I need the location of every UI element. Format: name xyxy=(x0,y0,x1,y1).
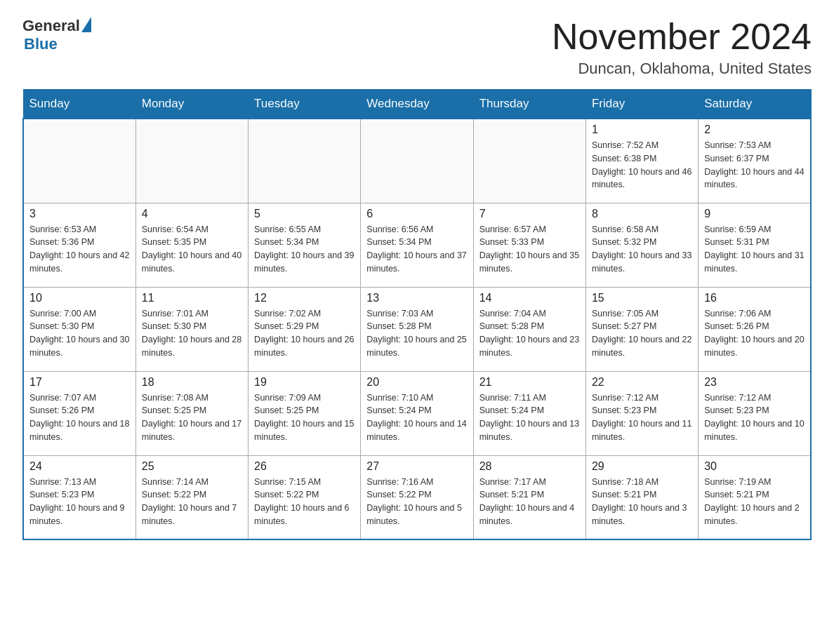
day-info: Sunrise: 7:53 AMSunset: 6:37 PMDaylight:… xyxy=(704,139,805,192)
day-number: 20 xyxy=(366,376,467,389)
calendar-cell: 11Sunrise: 7:01 AMSunset: 5:30 PMDayligh… xyxy=(135,287,248,371)
calendar-cell: 3Sunrise: 6:53 AMSunset: 5:36 PMDaylight… xyxy=(23,203,135,287)
calendar-cell xyxy=(249,119,361,203)
calendar-cell: 9Sunrise: 6:59 AMSunset: 5:31 PMDaylight… xyxy=(699,203,811,287)
weekday-header-monday: Monday xyxy=(135,90,248,119)
day-number: 30 xyxy=(704,460,805,473)
day-number: 26 xyxy=(254,460,355,473)
day-info: Sunrise: 7:05 AMSunset: 5:27 PMDaylight:… xyxy=(592,307,692,360)
day-info: Sunrise: 7:08 AMSunset: 5:25 PMDaylight:… xyxy=(142,391,242,444)
calendar-week-row: 24Sunrise: 7:13 AMSunset: 5:23 PMDayligh… xyxy=(23,455,811,539)
day-number: 5 xyxy=(254,208,355,220)
day-number: 14 xyxy=(479,292,580,304)
day-number: 19 xyxy=(254,376,355,389)
day-number: 11 xyxy=(142,292,242,304)
calendar-cell: 10Sunrise: 7:00 AMSunset: 5:30 PMDayligh… xyxy=(23,287,135,371)
weekday-header-tuesday: Tuesday xyxy=(249,90,361,119)
day-info: Sunrise: 6:54 AMSunset: 5:35 PMDaylight:… xyxy=(142,223,242,276)
day-number: 29 xyxy=(592,460,692,473)
day-number: 27 xyxy=(366,460,467,473)
calendar-cell: 12Sunrise: 7:02 AMSunset: 5:29 PMDayligh… xyxy=(249,287,361,371)
calendar-cell: 4Sunrise: 6:54 AMSunset: 5:35 PMDaylight… xyxy=(135,203,248,287)
day-info: Sunrise: 7:18 AMSunset: 5:21 PMDaylight:… xyxy=(592,476,692,528)
day-number: 1 xyxy=(592,123,692,136)
day-info: Sunrise: 6:58 AMSunset: 5:32 PMDaylight:… xyxy=(592,223,692,276)
calendar-cell: 19Sunrise: 7:09 AMSunset: 5:25 PMDayligh… xyxy=(249,371,361,455)
calendar-cell: 26Sunrise: 7:15 AMSunset: 5:22 PMDayligh… xyxy=(249,455,361,539)
calendar-cell: 2Sunrise: 7:53 AMSunset: 6:37 PMDaylight… xyxy=(699,119,811,203)
day-info: Sunrise: 7:11 AMSunset: 5:24 PMDaylight:… xyxy=(479,391,580,444)
logo-triangle-icon xyxy=(81,17,91,32)
calendar-cell: 8Sunrise: 6:58 AMSunset: 5:32 PMDaylight… xyxy=(585,203,698,287)
day-number: 8 xyxy=(592,208,692,220)
day-info: Sunrise: 6:55 AMSunset: 5:34 PMDaylight:… xyxy=(254,223,355,276)
day-info: Sunrise: 7:12 AMSunset: 5:23 PMDaylight:… xyxy=(592,391,692,444)
day-number: 7 xyxy=(479,208,580,220)
day-number: 4 xyxy=(142,208,242,220)
day-info: Sunrise: 7:15 AMSunset: 5:22 PMDaylight:… xyxy=(254,476,355,528)
day-number: 13 xyxy=(366,292,467,304)
calendar-cell: 21Sunrise: 7:11 AMSunset: 5:24 PMDayligh… xyxy=(473,371,585,455)
calendar-cell: 5Sunrise: 6:55 AMSunset: 5:34 PMDaylight… xyxy=(249,203,361,287)
day-info: Sunrise: 7:17 AMSunset: 5:21 PMDaylight:… xyxy=(479,476,580,528)
day-info: Sunrise: 7:04 AMSunset: 5:28 PMDaylight:… xyxy=(479,307,580,360)
day-number: 16 xyxy=(704,292,805,304)
calendar-cell xyxy=(473,119,585,203)
calendar-table: SundayMondayTuesdayWednesdayThursdayFrid… xyxy=(22,89,812,540)
calendar-cell: 30Sunrise: 7:19 AMSunset: 5:21 PMDayligh… xyxy=(699,455,811,539)
calendar-cell: 13Sunrise: 7:03 AMSunset: 5:28 PMDayligh… xyxy=(361,287,473,371)
day-info: Sunrise: 7:14 AMSunset: 5:22 PMDaylight:… xyxy=(142,476,242,528)
calendar-cell xyxy=(361,119,473,203)
day-number: 21 xyxy=(479,376,580,389)
day-info: Sunrise: 7:02 AMSunset: 5:29 PMDaylight:… xyxy=(254,307,355,360)
logo-blue-text: Blue xyxy=(24,35,58,53)
logo-general-text: General xyxy=(22,17,80,35)
day-info: Sunrise: 7:07 AMSunset: 5:26 PMDaylight:… xyxy=(29,391,130,444)
calendar-cell: 17Sunrise: 7:07 AMSunset: 5:26 PMDayligh… xyxy=(23,371,135,455)
calendar-cell xyxy=(135,119,248,203)
day-info: Sunrise: 7:13 AMSunset: 5:23 PMDaylight:… xyxy=(29,476,130,528)
day-info: Sunrise: 7:12 AMSunset: 5:23 PMDaylight:… xyxy=(704,391,805,444)
day-number: 12 xyxy=(254,292,355,304)
weekday-header-friday: Friday xyxy=(585,90,698,119)
day-number: 24 xyxy=(29,460,130,473)
calendar-week-row: 1Sunrise: 7:52 AMSunset: 6:38 PMDaylight… xyxy=(23,119,811,203)
calendar-cell: 7Sunrise: 6:57 AMSunset: 5:33 PMDaylight… xyxy=(473,203,585,287)
calendar-cell: 27Sunrise: 7:16 AMSunset: 5:22 PMDayligh… xyxy=(361,455,473,539)
day-number: 2 xyxy=(704,123,805,136)
day-number: 3 xyxy=(29,208,130,220)
calendar-cell: 14Sunrise: 7:04 AMSunset: 5:28 PMDayligh… xyxy=(473,287,585,371)
day-number: 17 xyxy=(29,376,130,389)
calendar-cell: 23Sunrise: 7:12 AMSunset: 5:23 PMDayligh… xyxy=(699,371,811,455)
calendar-cell: 29Sunrise: 7:18 AMSunset: 5:21 PMDayligh… xyxy=(585,455,698,539)
day-info: Sunrise: 7:09 AMSunset: 5:25 PMDaylight:… xyxy=(254,391,355,444)
weekday-header-wednesday: Wednesday xyxy=(361,90,473,119)
calendar-cell xyxy=(23,119,135,203)
calendar-cell: 18Sunrise: 7:08 AMSunset: 5:25 PMDayligh… xyxy=(135,371,248,455)
day-number: 18 xyxy=(142,376,242,389)
day-info: Sunrise: 7:52 AMSunset: 6:38 PMDaylight:… xyxy=(592,139,692,192)
day-number: 6 xyxy=(366,208,467,220)
weekday-header-saturday: Saturday xyxy=(699,90,811,119)
page-header: General Blue November 2024 Duncan, Oklah… xyxy=(22,17,812,78)
calendar-cell: 15Sunrise: 7:05 AMSunset: 5:27 PMDayligh… xyxy=(585,287,698,371)
day-number: 28 xyxy=(479,460,580,473)
day-number: 15 xyxy=(592,292,692,304)
calendar-cell: 28Sunrise: 7:17 AMSunset: 5:21 PMDayligh… xyxy=(473,455,585,539)
day-info: Sunrise: 7:19 AMSunset: 5:21 PMDaylight:… xyxy=(704,476,805,528)
location-subtitle: Duncan, Oklahoma, United States xyxy=(552,60,812,78)
day-number: 10 xyxy=(29,292,130,304)
day-number: 23 xyxy=(704,376,805,389)
calendar-cell: 24Sunrise: 7:13 AMSunset: 5:23 PMDayligh… xyxy=(23,455,135,539)
day-info: Sunrise: 7:00 AMSunset: 5:30 PMDaylight:… xyxy=(29,307,130,360)
calendar-cell: 1Sunrise: 7:52 AMSunset: 6:38 PMDaylight… xyxy=(585,119,698,203)
weekday-header-sunday: Sunday xyxy=(23,90,135,119)
day-info: Sunrise: 6:59 AMSunset: 5:31 PMDaylight:… xyxy=(704,223,805,276)
calendar-week-row: 17Sunrise: 7:07 AMSunset: 5:26 PMDayligh… xyxy=(23,371,811,455)
calendar-week-row: 3Sunrise: 6:53 AMSunset: 5:36 PMDaylight… xyxy=(23,203,811,287)
day-info: Sunrise: 7:10 AMSunset: 5:24 PMDaylight:… xyxy=(366,391,467,444)
calendar-week-row: 10Sunrise: 7:00 AMSunset: 5:30 PMDayligh… xyxy=(23,287,811,371)
day-info: Sunrise: 6:57 AMSunset: 5:33 PMDaylight:… xyxy=(479,223,580,276)
day-number: 22 xyxy=(592,376,692,389)
day-info: Sunrise: 7:16 AMSunset: 5:22 PMDaylight:… xyxy=(366,476,467,528)
